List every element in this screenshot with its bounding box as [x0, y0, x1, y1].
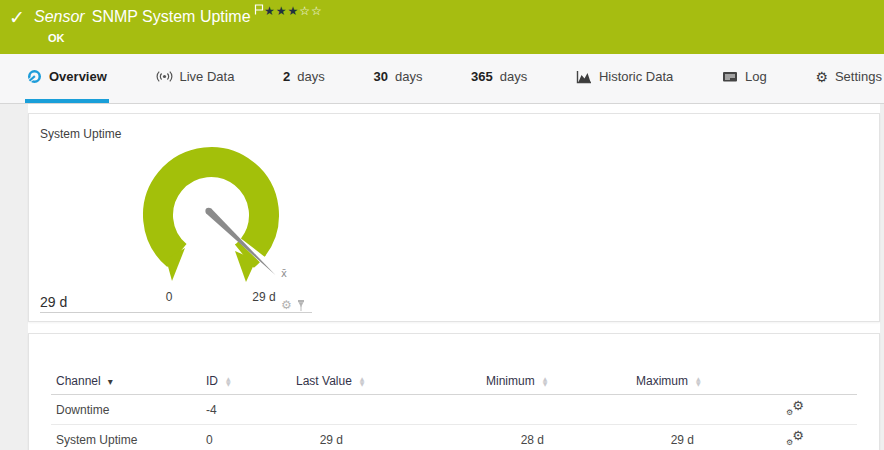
star-icon[interactable]: ★: [264, 4, 276, 18]
column-header-minimum[interactable]: Minimum ▲▼: [481, 374, 631, 388]
cell-id: 0: [201, 433, 291, 447]
sort-icon: ▲▼: [543, 376, 548, 386]
tab-historic-data[interactable]: Historic Data: [574, 54, 675, 103]
tab-label: Overview: [49, 69, 107, 84]
sort-desc-icon: ▾: [108, 376, 113, 387]
log-icon: [722, 70, 738, 83]
column-header-last-value[interactable]: Last Value ▲▼: [291, 374, 481, 388]
cell-channel[interactable]: System Uptime: [51, 433, 201, 447]
column-header-maximum[interactable]: Maximum ▲▼: [631, 374, 781, 388]
sort-icon: ▲▼: [360, 376, 365, 386]
sensor-kind-label: Sensor: [34, 8, 85, 25]
gauge-icon: [27, 69, 42, 84]
flag-icon[interactable]: [254, 1, 264, 19]
star-icon[interactable]: ☆: [311, 4, 323, 18]
sensor-title-line: SensorSNMP System Uptime: [34, 8, 264, 26]
tab-label: days: [395, 69, 422, 84]
tab-overview[interactable]: Overview: [25, 54, 109, 103]
gauge-settings-gear-icon[interactable]: ⚙: [281, 299, 292, 311]
tab-settings[interactable]: ⚙ Settings: [813, 54, 884, 103]
tab-live-data[interactable]: Live Data: [154, 54, 237, 103]
tab-label: Historic Data: [599, 69, 673, 84]
page-title: SNMP System Uptime: [92, 8, 251, 25]
tab-365-days[interactable]: 365 days: [469, 54, 529, 103]
star-icon[interactable]: ★: [276, 4, 288, 18]
status-check-icon: ✓: [9, 6, 25, 28]
tab-number: 30: [373, 69, 387, 84]
gear-icon: ⚙: [815, 70, 828, 84]
gauge-max-label: 29 d: [252, 290, 275, 304]
tab-30-days[interactable]: 30 days: [371, 54, 424, 103]
table-row-system-uptime[interactable]: System Uptime 0 29 d 28 d 29 d ⚙⚙: [51, 425, 857, 450]
table-row-downtime[interactable]: Downtime -4 ⚙⚙: [51, 395, 857, 425]
cell-id: -4: [201, 403, 291, 417]
star-icon[interactable]: ☆: [299, 4, 311, 18]
tab-number: 365: [471, 69, 493, 84]
rating-stars: ★★★☆☆: [264, 4, 323, 18]
column-header-channel[interactable]: Channel ▾: [51, 374, 201, 388]
cell-channel[interactable]: Downtime: [51, 403, 201, 417]
sensor-header: ✓ SensorSNMP System Uptime ★★★☆☆ OK: [0, 0, 884, 54]
gauge-panel: System Uptime x̄ 0 29 d 29 d ⚙: [28, 113, 880, 322]
cell-minimum: 28 d: [486, 433, 544, 447]
star-icon[interactable]: ★: [288, 4, 300, 18]
gauge-current-value: 29 d: [40, 294, 67, 310]
sort-icon: ▲▼: [696, 376, 701, 386]
historic-chart-icon: [576, 70, 592, 84]
pin-icon[interactable]: [296, 299, 306, 312]
tab-bar: Overview Live Data 2 days 30 days 365 da…: [0, 54, 884, 104]
gauge-needle-marker: x̄: [281, 268, 287, 279]
tab-label: days: [500, 69, 527, 84]
cell-maximum: 29 d: [636, 433, 694, 447]
tab-number: 2: [283, 69, 290, 84]
gauge-footer-divider: [40, 312, 312, 313]
tab-log[interactable]: Log: [720, 54, 769, 103]
channel-table: Channel ▾ ID ▲▼ Last Value ▲▼ Minimum ▲▼…: [51, 368, 857, 450]
tab-label: Log: [745, 69, 767, 84]
live-data-icon: [156, 70, 173, 83]
gauge-min-label: 0: [166, 290, 173, 304]
tab-2-days[interactable]: 2 days: [281, 54, 327, 103]
tab-label: Live Data: [180, 69, 235, 84]
tab-label: Settings: [835, 69, 882, 84]
sort-icon: ▲▼: [226, 376, 231, 386]
cell-last-value: 29 d: [296, 433, 343, 447]
prtg-sensor-page: ✓ SensorSNMP System Uptime ★★★☆☆ OK Over…: [0, 0, 884, 450]
tab-label: days: [297, 69, 324, 84]
channel-settings-icon[interactable]: ⚙⚙: [786, 400, 804, 416]
column-header-id[interactable]: ID ▲▼: [201, 374, 291, 388]
uptime-gauge: x̄ 0 29 d: [59, 130, 389, 306]
channel-table-panel: Channel ▾ ID ▲▼ Last Value ▲▼ Minimum ▲▼…: [28, 333, 880, 450]
channel-settings-icon[interactable]: ⚙⚙: [786, 430, 804, 446]
table-header-row: Channel ▾ ID ▲▼ Last Value ▲▼ Minimum ▲▼…: [51, 368, 857, 395]
status-badge: OK: [48, 32, 65, 44]
